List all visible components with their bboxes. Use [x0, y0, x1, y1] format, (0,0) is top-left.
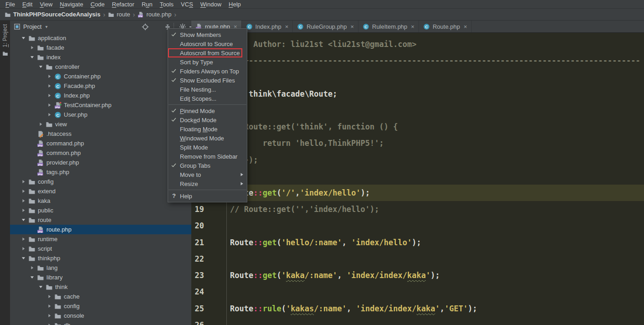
tree-item-user-php[interactable]: CUser.php	[10, 110, 191, 119]
chevron-expanded-icon[interactable]	[38, 64, 43, 69]
locate-icon[interactable]	[142, 23, 149, 31]
menu-item-sort-by-type[interactable]: Sort by Type	[168, 57, 247, 67]
tree-item-route-php[interactable]: phproute.php	[10, 225, 191, 234]
chevron-collapsed-icon[interactable]	[21, 179, 26, 184]
tree-item-application[interactable]: application	[10, 33, 191, 43]
menu-item-move-to[interactable]: Move to	[168, 170, 247, 179]
stripe-button-project[interactable]: 1: Project	[0, 24, 10, 57]
close-icon[interactable]: ×	[285, 23, 289, 30]
tree-item-lang[interactable]: lang	[10, 263, 191, 273]
menubar-item-navigate[interactable]: Navigate	[56, 1, 87, 8]
close-icon[interactable]: ×	[350, 23, 354, 30]
tree-item-common-php[interactable]: phpcommon.php	[10, 148, 191, 158]
project-view-selector[interactable]: Project ▾	[14, 21, 48, 33]
tree-item-index[interactable]: index	[10, 52, 191, 62]
tree-item-runtime[interactable]: runtime	[10, 234, 191, 244]
chevron-collapsed-icon[interactable]	[47, 74, 52, 79]
code-line[interactable]: 13	[191, 102, 644, 119]
tree-item-config[interactable]: config	[10, 177, 191, 186]
code-line[interactable]: 25Route::rule('kakas/:name', 'index/inde…	[191, 300, 644, 317]
menubar-item-refactor[interactable]: Refactor	[108, 1, 138, 8]
menubar-item-tools[interactable]: Tools	[156, 1, 177, 8]
chevron-collapsed-icon[interactable]	[30, 45, 35, 50]
menubar-item-code[interactable]: Code	[87, 1, 108, 8]
chevron-expanded-icon[interactable]	[21, 36, 26, 41]
menu-item-docked-mode[interactable]: Docked Mode	[168, 115, 247, 124]
menubar-item-vcs[interactable]: VCS	[177, 1, 197, 8]
close-icon[interactable]: ×	[464, 23, 467, 30]
tree-item-thinkphp[interactable]: thinkphp	[10, 253, 191, 263]
tree-item-facade-php[interactable]: CFacade.php	[10, 81, 191, 91]
breadcrumb-item-thinkphpsourcecodeanalysis[interactable]: ThinkPHPSourceCodeAnalysis	[5, 11, 100, 18]
chevron-expanded-icon[interactable]	[38, 284, 43, 289]
tree-item-public[interactable]: public	[10, 206, 191, 215]
menubar-item-file[interactable]: File	[2, 1, 19, 8]
tree-item-db[interactable]: db	[10, 320, 191, 325]
tab-ruleitem-php[interactable]: CRuleItem.php×	[358, 21, 419, 32]
menubar-item-help[interactable]: Help	[225, 1, 245, 8]
chevron-collapsed-icon[interactable]	[47, 304, 52, 309]
chevron-collapsed-icon[interactable]	[47, 313, 52, 318]
tree-item-config[interactable]: config	[10, 301, 191, 311]
code-line[interactable]: 11	[191, 69, 644, 85]
code-line[interactable]: 14// Route::get('think', function () {	[191, 119, 644, 135]
code-line[interactable]: 20	[191, 217, 644, 234]
tree-item-index-php[interactable]: CIndex.php	[10, 91, 191, 100]
code-line[interactable]: 12use think\facade\Route;	[191, 86, 644, 102]
code-line[interactable]: 17	[191, 168, 644, 185]
code-line[interactable]: 26	[191, 317, 644, 325]
code-line[interactable]: 16// });	[191, 152, 644, 168]
code-line[interactable]: 9// | Author: liu21st <liu21st@gmail.com…	[191, 36, 644, 52]
chevron-collapsed-icon[interactable]	[21, 208, 26, 213]
tree-item-cache[interactable]: cache	[10, 292, 191, 301]
tree-item-tags-php[interactable]: phptags.php	[10, 167, 191, 177]
menubar-item-view[interactable]: View	[36, 1, 56, 8]
menu-item-pinned-mode[interactable]: Pinned Mode	[168, 106, 247, 115]
code-line[interactable]: 15// return 'hello,ThinkPHP5!';	[191, 135, 644, 151]
breadcrumb-item-route[interactable]: route	[108, 11, 130, 18]
menu-item-split-mode[interactable]: Split Mode	[168, 143, 247, 152]
tree-item-think[interactable]: think	[10, 282, 191, 292]
menu-item-windowed-mode[interactable]: Windowed Mode	[168, 134, 247, 143]
tree-item-console[interactable]: console	[10, 311, 191, 320]
menu-item-edit-scopes[interactable]: Edit Scopes...	[168, 94, 247, 103]
menu-item-floating-mode[interactable]: Floating Mode	[168, 124, 247, 134]
chevron-collapsed-icon[interactable]	[30, 265, 35, 270]
tree-item-provider-php[interactable]: phpprovider.php	[10, 158, 191, 167]
chevron-collapsed-icon[interactable]	[47, 323, 52, 325]
chevron-expanded-icon[interactable]	[30, 275, 35, 280]
menu-item-help[interactable]: ?Help	[168, 191, 247, 201]
menu-item-remove-from-sidebar[interactable]: Remove from Sidebar	[168, 152, 247, 161]
menu-item-autoscroll-from-source[interactable]: Autoscroll from Source	[168, 48, 242, 57]
menubar-item-window[interactable]: Window	[197, 1, 225, 8]
chevron-expanded-icon[interactable]	[21, 217, 26, 222]
code-line[interactable]: 24	[191, 284, 644, 300]
chevron-collapsed-icon[interactable]	[47, 83, 52, 88]
menu-item-show-excluded-files[interactable]: Show Excluded Files	[168, 76, 247, 85]
tree-item-testcontainer-php[interactable]: phpTestContainer.php	[10, 100, 191, 110]
menu-item-group-tabs[interactable]: Group Tabs	[168, 161, 247, 170]
chevron-collapsed-icon[interactable]	[47, 103, 52, 108]
chevron-collapsed-icon[interactable]	[21, 189, 26, 194]
tree-item-extend[interactable]: extend	[10, 186, 191, 196]
chevron-expanded-icon[interactable]	[21, 256, 26, 261]
code-line[interactable]: 19// Route::get('','index/hello');	[191, 201, 644, 217]
tree-item-kaka[interactable]: kaka	[10, 196, 191, 206]
code-line[interactable]: 18Route::get('/','index/hello');	[191, 185, 644, 201]
tree-item-script[interactable]: script	[10, 244, 191, 253]
tree-item-controller[interactable]: controller	[10, 62, 191, 72]
chevron-collapsed-icon[interactable]	[47, 93, 52, 98]
tree-item-view[interactable]: view	[10, 119, 191, 129]
menu-item-show-members[interactable]: Show Members	[168, 30, 247, 39]
chevron-collapsed-icon[interactable]	[38, 122, 43, 127]
code-line[interactable]: 10// +----------------------------------…	[191, 52, 644, 69]
chevron-collapsed-icon[interactable]	[21, 237, 26, 242]
chevron-collapsed-icon[interactable]	[47, 112, 52, 117]
code-line[interactable]: 21Route::get('hello/:name', 'index/hello…	[191, 234, 644, 251]
chevron-collapsed-icon[interactable]	[21, 198, 26, 203]
tab-route-php[interactable]: CRoute.php×	[419, 21, 472, 32]
code-line[interactable]: 22	[191, 251, 644, 267]
chevron-collapsed-icon[interactable]	[21, 246, 26, 251]
tree-item-command-php[interactable]: phpcommand.php	[10, 139, 191, 148]
tab-rulegroup-php[interactable]: CRuleGroup.php×	[293, 21, 358, 32]
